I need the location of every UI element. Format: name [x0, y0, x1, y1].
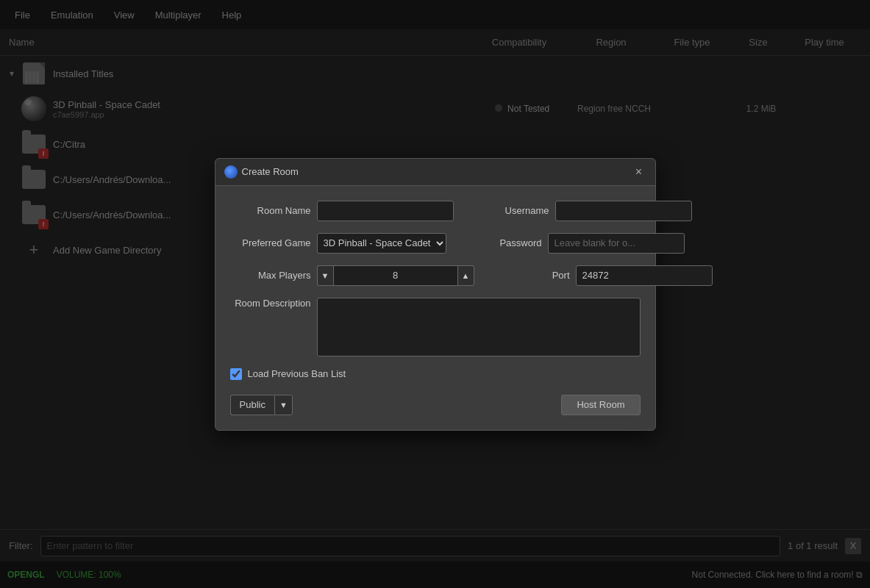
create-room-dialog: Create Room × Room Name Username Pref: [215, 158, 656, 431]
room-name-row: Room Name: [230, 201, 454, 221]
preferred-game-label: Preferred Game: [230, 237, 311, 248]
description-row: Room Description: [230, 298, 641, 356]
form-grid-row2: Preferred Game 3D Pinball - Space Cadet …: [230, 233, 641, 254]
username-row: Username: [468, 201, 692, 221]
dialog-titlebar: Create Room ×: [215, 159, 655, 186]
password-row: Password: [461, 233, 685, 254]
dialog-title: Create Room: [242, 166, 299, 177]
description-label: Room Description: [230, 298, 311, 309]
username-input[interactable]: [555, 201, 692, 221]
max-players-row: Max Players ▼ ▲: [230, 265, 474, 286]
form-grid-row1: Room Name Username: [230, 201, 641, 221]
ban-list-checkbox[interactable]: [230, 368, 242, 380]
visibility-dropdown[interactable]: ▼: [274, 395, 293, 415]
max-players-spinbox: ▼ ▲: [317, 265, 474, 286]
preferred-game-row: Preferred Game 3D Pinball - Space Cadet: [230, 233, 446, 254]
port-label: Port: [489, 270, 570, 281]
visibility-button[interactable]: Public: [230, 395, 274, 415]
password-input[interactable]: [548, 233, 685, 254]
modal-overlay[interactable]: Create Room × Room Name Username Pref: [0, 0, 870, 588]
room-name-input[interactable]: [317, 201, 454, 221]
description-input[interactable]: [317, 298, 641, 356]
max-players-label: Max Players: [230, 270, 311, 281]
dialog-close-button[interactable]: ×: [632, 165, 646, 179]
form-grid-row3: Max Players ▼ ▲ Port: [230, 265, 641, 286]
public-group: Public ▼: [230, 395, 293, 415]
port-input[interactable]: [576, 265, 713, 286]
max-players-down[interactable]: ▼: [317, 265, 333, 286]
citra-logo-icon: [224, 165, 238, 179]
username-label: Username: [468, 205, 549, 216]
max-players-input[interactable]: [333, 265, 458, 286]
dialog-footer: Public ▼ Host Room: [230, 395, 641, 415]
ban-list-label: Load Previous Ban List: [248, 368, 346, 379]
dialog-body: Room Name Username Preferred Game 3D Pin…: [215, 186, 655, 430]
dialog-title-left: Create Room: [224, 165, 299, 179]
host-room-button[interactable]: Host Room: [561, 395, 640, 415]
password-label: Password: [461, 237, 542, 248]
preferred-game-select[interactable]: 3D Pinball - Space Cadet: [317, 233, 446, 254]
max-players-up[interactable]: ▲: [458, 265, 474, 286]
ban-list-row: Load Previous Ban List: [230, 368, 641, 380]
room-name-label: Room Name: [230, 205, 311, 216]
port-row: Port: [489, 265, 713, 286]
